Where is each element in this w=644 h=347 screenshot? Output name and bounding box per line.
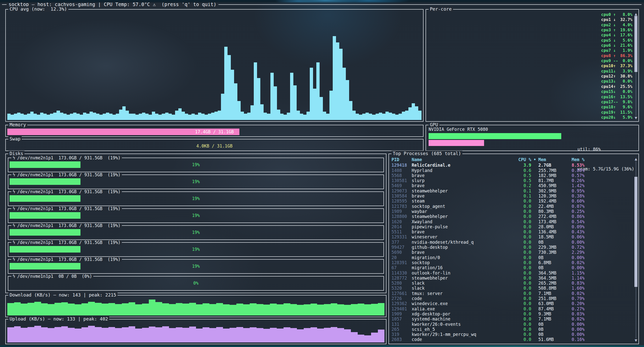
- bar: [196, 304, 203, 315]
- process-row[interactable]: 128391socktop0.06.8MB0.02%: [391, 260, 633, 265]
- process-row[interactable]: 128772steamwebhelper0.0364.5MB1.14%: [391, 276, 633, 281]
- process-row[interactable]: 129362winedevice.exe0.063.0MB0.20%: [391, 301, 633, 306]
- process-cpu-pct: 0.0: [515, 296, 531, 301]
- processes-scrollbar[interactable]: ▲ ▼: [634, 157, 638, 342]
- bar: [323, 112, 326, 120]
- process-mem: 0B: [538, 327, 572, 332]
- process-row[interactable]: 2726code0.0251.8MB0.79%: [391, 296, 633, 301]
- process-row[interactable]: 5320slack0.0508.8MB1.60%: [391, 286, 633, 291]
- bar: [7, 327, 14, 342]
- process-row[interactable]: 20migration/00.00B0.00%: [391, 255, 633, 260]
- core-label: cpu4 ↓17.6%: [601, 33, 632, 37]
- bar: [331, 327, 338, 343]
- core-name: cpu10↑: [601, 63, 616, 68]
- process-mem-pct: 0.38%: [572, 193, 633, 199]
- process-table: PID Name CPU % • Mem Mem % 129418RelicCa…: [391, 157, 633, 343]
- process-row[interactable]: 129401xalia.exe0.087.4MB0.27%: [391, 306, 633, 311]
- bar: [47, 115, 50, 120]
- process-row[interactable]: 130584brave0.1120.3MB0.38%: [391, 193, 633, 199]
- process-row[interactable]: 1057systemd-machine0.07.1MB0.02%: [391, 316, 633, 321]
- scroll-down-icon[interactable]: ▼: [635, 116, 637, 120]
- process-row[interactable]: 129418RelicCardinal.e3.92.7GB8.53%: [391, 163, 633, 168]
- bar: [109, 114, 113, 120]
- process-row[interactable]: 128595steam0.0192.4MB0.60%: [391, 199, 633, 204]
- process-mem-pct: 0.00%: [572, 240, 633, 245]
- process-row[interactable]: 1909xdg-desktop-por0.09.3MB0.03%: [391, 311, 633, 316]
- process-row[interactable]: 265scsi_eh_50.00B0.00%: [391, 327, 633, 332]
- disks-panel-title: Disks: [8, 151, 24, 156]
- process-mem-pct: 0.25%: [572, 209, 633, 214]
- disks-panel: Disks ϟ/dev/nvme2n1p1 173.0GB / 931.5GB …: [5, 154, 386, 293]
- process-mem: 7.1MB: [538, 316, 572, 321]
- bar: [142, 113, 145, 120]
- process-row[interactable]: 130581slurp0.581.7MB0.26%: [391, 178, 633, 183]
- header-cpu[interactable]: CPU %: [515, 157, 531, 162]
- core-row: cpu18↑9.6%: [429, 105, 632, 109]
- process-mem-pct: 8.53%: [572, 163, 633, 168]
- process-row[interactable]: 129331wineserver0.018.5MB0.06%: [391, 234, 633, 239]
- process-row[interactable]: 131kworker/26:0-events0.00B0.00%: [391, 322, 633, 327]
- core-label: cpu11↓3.9%: [601, 69, 632, 73]
- bar: [129, 326, 135, 342]
- scrollbar-track[interactable]: [635, 16, 636, 116]
- process-row[interactable]: 5280slack0.0265.2MB0.83%: [391, 281, 633, 286]
- process-row[interactable]: 114330outlook-for-lin0.0364.5MB1.15%: [391, 270, 633, 276]
- bar: [230, 305, 236, 315]
- process-pid: 5320: [391, 286, 412, 291]
- process-row[interactable]: 5690brave0.0730.3MB2.29%: [391, 250, 633, 255]
- process-row[interactable]: 1620Xwayland0.0173.4MB0.54%: [391, 219, 633, 224]
- core-sparkline: [429, 89, 599, 94]
- process-pid: 114330: [391, 270, 412, 276]
- process-row[interactable]: 319kworker/29:1-mm_percpu_wq0.00B0.00%: [391, 332, 633, 337]
- process-cpu-pct: 0.0: [515, 311, 531, 316]
- bar: [277, 304, 284, 315]
- process-mem-pct: 0.03%: [572, 311, 633, 316]
- process-mem-pct: 1.14%: [572, 276, 633, 281]
- process-mem: 450.9MB: [538, 183, 572, 188]
- scrollbar-track[interactable]: [635, 161, 636, 338]
- bar: [250, 105, 254, 120]
- process-row[interactable]: 2014pipewire-pulse0.028.0MB0.09%: [391, 224, 633, 229]
- core-usage: 37.3%: [620, 63, 632, 68]
- process-row[interactable]: 128800steamwebhelper0.0272.4MB0.86%: [391, 214, 633, 219]
- scrollbar-thumb[interactable]: [634, 177, 637, 287]
- process-row[interactable]: 99427github-desktop0.0229.3MB0.72%: [391, 245, 633, 250]
- bar: [195, 115, 198, 120]
- header-mem[interactable]: Mem: [538, 157, 572, 162]
- header-mem-pct[interactable]: Mem %: [572, 157, 633, 162]
- scroll-down-icon[interactable]: ▼: [635, 338, 637, 342]
- scroll-up-icon[interactable]: ▲: [635, 12, 637, 16]
- header-pid[interactable]: PID: [391, 157, 412, 162]
- process-cpu-pct: 0.0: [515, 199, 531, 204]
- core-usage: 19.6%: [620, 28, 632, 32]
- bar: [223, 329, 230, 343]
- bar: [27, 327, 34, 343]
- process-row[interactable]: 5511brave0.0136.4MB0.43%: [391, 229, 633, 234]
- bar: [24, 115, 27, 120]
- process-row[interactable]: 67migration/160.00B0.00%: [391, 265, 633, 270]
- per-core-scrollbar[interactable]: ▲ ▼: [634, 12, 638, 120]
- process-row[interactable]: 129073steamwebhelper0.1302.9MB0.95%: [391, 188, 633, 193]
- process-row[interactable]: 127661tmux: server0.07.1MB0.02%: [391, 291, 633, 296]
- bar: [149, 327, 156, 342]
- bar: [389, 113, 392, 120]
- disk-icon: ϟ: [13, 257, 15, 262]
- process-row[interactable]: 377nvidia-modeset/kthread_q0.00B0.00%: [391, 240, 633, 245]
- process-row[interactable]: 5568brave0.5182.9MB0.57%: [391, 173, 633, 178]
- process-row[interactable]: 121783socktop_agent0.022.4MB0.07%: [391, 204, 633, 209]
- process-pid: 2726: [391, 296, 412, 301]
- core-row: cpu17--9.8%: [429, 100, 632, 104]
- bar: [356, 114, 359, 120]
- header-name[interactable]: Name: [412, 157, 515, 162]
- process-row[interactable]: 5469brave0.2450.9MB1.42%: [391, 183, 633, 188]
- disk-title: ϟ/dev/nvme2n1p1 173.0GB / 931.5GB (19%): [11, 257, 122, 262]
- process-name: steamwebhelper: [412, 276, 515, 281]
- process-mem: 229.3MB: [538, 245, 572, 250]
- process-row[interactable]: 1408Hyprland0.6255.7MB0.80%: [391, 168, 633, 173]
- download-chart: [7, 300, 384, 315]
- process-row[interactable]: 1989waybar0.080.3MB0.25%: [391, 209, 633, 214]
- process-row[interactable]: 2683code0.051.6MB0.16%: [391, 337, 633, 342]
- scrollbar-thumb[interactable]: [634, 16, 637, 72]
- scroll-up-icon[interactable]: ▲: [635, 157, 637, 161]
- bar: [21, 328, 27, 343]
